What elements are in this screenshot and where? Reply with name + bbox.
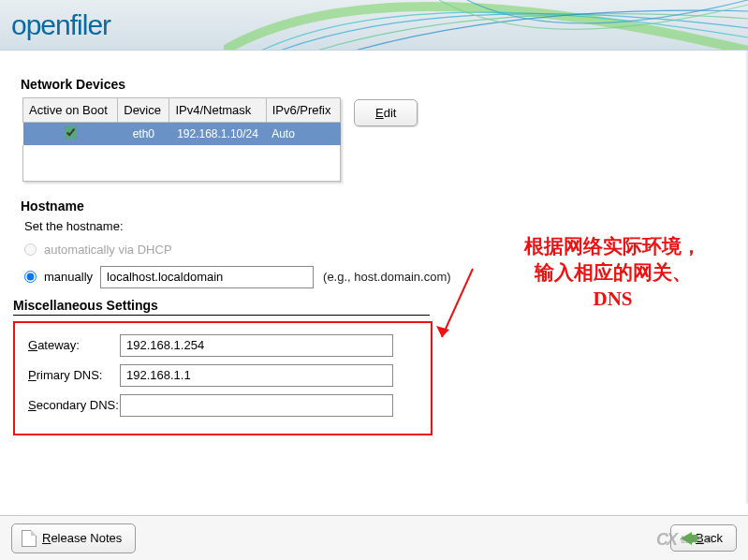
hostname-input[interactable] — [100, 266, 314, 288]
hostname-auto-radio[interactable] — [24, 243, 37, 256]
annotation-text: 根据网络实际环境， 输入相应的网关、 DNS — [524, 233, 701, 312]
annotation-arrow — [431, 264, 487, 348]
annotation-line2: 输入相应的网关、 — [524, 259, 701, 286]
hostname-manual-label-rest: anually — [54, 270, 93, 284]
cell-ipv6: Auto — [266, 123, 340, 146]
watermark-logo: CX — [656, 530, 676, 550]
release-notes-label-rest: elease Notes — [51, 531, 122, 545]
edit-button[interactable]: Edit — [354, 99, 418, 126]
col-active: Active on Boot — [23, 98, 118, 123]
cell-ipv4: 192.168.1.10/24 — [169, 123, 266, 146]
watermark-text: 创新互联 — [680, 534, 713, 546]
gateway-label-rest: ateway: — [37, 338, 80, 352]
annotation-line3: DNS — [524, 286, 701, 312]
device-table-wrap: Active on Boot Device IPv4/Netmask IPv6/… — [11, 97, 739, 182]
table-row[interactable]: eth0 192.168.1.10/24 Auto — [23, 123, 341, 146]
section-network-devices: Network Devices — [21, 77, 739, 92]
gateway-row: Gateway: — [28, 334, 421, 357]
footer-bar: Release Notes Back — [0, 515, 748, 560]
device-table: Active on Boot Device IPv4/Netmask IPv6/… — [22, 97, 341, 182]
active-checkbox[interactable] — [65, 126, 77, 139]
svg-marker-1 — [436, 326, 449, 337]
col-device: Device — [118, 98, 169, 123]
secondary-dns-row: Secondary DNS: — [28, 394, 421, 417]
hostname-auto-label-rest: utomatically via DHCP — [51, 243, 171, 257]
header-decoration — [224, 0, 748, 51]
gateway-input[interactable] — [120, 334, 393, 357]
table-row-empty[interactable] — [23, 145, 341, 181]
section-misc: Miscellaneous Settings — [13, 298, 430, 316]
cell-device: eth0 — [118, 123, 169, 146]
edit-button-label-rest: dit — [384, 106, 397, 120]
hostname-set-label: Set the hostname: — [24, 219, 739, 233]
device-table-header-row: Active on Boot Device IPv4/Netmask IPv6/… — [23, 98, 341, 123]
document-icon — [22, 530, 37, 547]
annotation-line1: 根据网络实际环境， — [524, 233, 701, 259]
misc-settings-box: Gateway: Primary DNS: Secondary DNS: — [13, 321, 433, 435]
section-hostname: Hostname — [21, 199, 739, 214]
secondary-dns-label-rest: econdary DNS: — [37, 398, 119, 412]
col-ipv6: IPv6/Prefix — [266, 98, 340, 123]
primary-dns-input[interactable] — [120, 364, 393, 387]
main-content: Network Devices Active on Boot Device IP… — [0, 51, 748, 560]
watermark: CX 创新互联 — [656, 523, 746, 556]
secondary-dns-input[interactable] — [120, 394, 393, 417]
primary-dns-row: Primary DNS: — [28, 364, 421, 387]
hostname-manual-radio[interactable] — [24, 271, 37, 283]
svg-line-0 — [442, 269, 473, 337]
app-header: openfiler — [0, 0, 748, 51]
brand-logo: openfiler — [11, 9, 110, 41]
col-ipv4: IPv4/Netmask — [169, 98, 266, 123]
release-notes-button[interactable]: Release Notes — [11, 523, 136, 553]
primary-dns-label-rest: rimary DNS: — [37, 368, 103, 382]
